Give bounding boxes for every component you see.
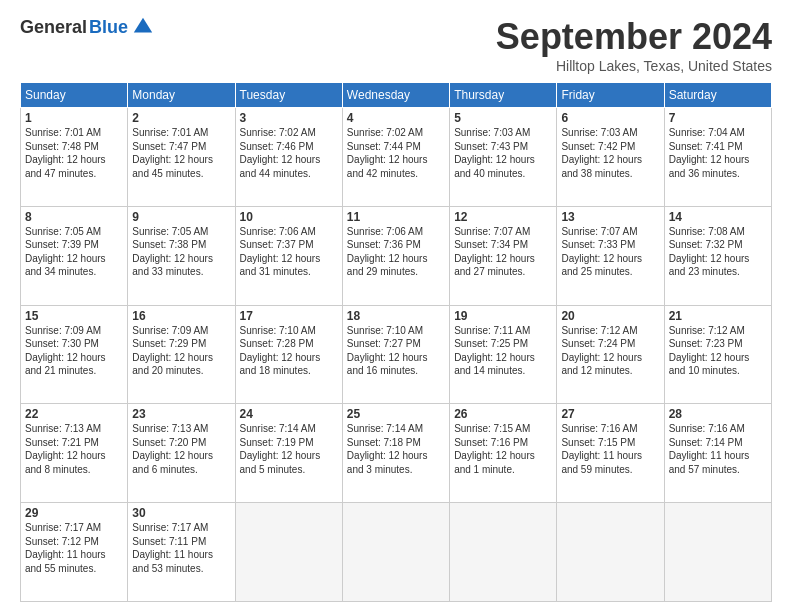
- day-number: 15: [25, 309, 123, 323]
- day-info: Sunrise: 7:17 AM Sunset: 7:11 PM Dayligh…: [132, 521, 230, 575]
- day-number: 9: [132, 210, 230, 224]
- logo-blue: Blue: [89, 17, 128, 38]
- col-sunday: Sunday: [21, 83, 128, 108]
- calendar-cell: 22Sunrise: 7:13 AM Sunset: 7:21 PM Dayli…: [21, 404, 128, 503]
- day-number: 23: [132, 407, 230, 421]
- day-number: 17: [240, 309, 338, 323]
- day-info: Sunrise: 7:03 AM Sunset: 7:43 PM Dayligh…: [454, 126, 552, 180]
- calendar-cell: [450, 503, 557, 602]
- calendar-cell: 13Sunrise: 7:07 AM Sunset: 7:33 PM Dayli…: [557, 206, 664, 305]
- day-info: Sunrise: 7:05 AM Sunset: 7:38 PM Dayligh…: [132, 225, 230, 279]
- day-info: Sunrise: 7:14 AM Sunset: 7:19 PM Dayligh…: [240, 422, 338, 476]
- calendar-cell: 17Sunrise: 7:10 AM Sunset: 7:28 PM Dayli…: [235, 305, 342, 404]
- day-number: 16: [132, 309, 230, 323]
- calendar-cell: 15Sunrise: 7:09 AM Sunset: 7:30 PM Dayli…: [21, 305, 128, 404]
- day-info: Sunrise: 7:12 AM Sunset: 7:23 PM Dayligh…: [669, 324, 767, 378]
- calendar-cell: 28Sunrise: 7:16 AM Sunset: 7:14 PM Dayli…: [664, 404, 771, 503]
- calendar-cell: 20Sunrise: 7:12 AM Sunset: 7:24 PM Dayli…: [557, 305, 664, 404]
- day-number: 4: [347, 111, 445, 125]
- day-info: Sunrise: 7:06 AM Sunset: 7:36 PM Dayligh…: [347, 225, 445, 279]
- calendar-cell: 12Sunrise: 7:07 AM Sunset: 7:34 PM Dayli…: [450, 206, 557, 305]
- day-number: 21: [669, 309, 767, 323]
- calendar-cell: 9Sunrise: 7:05 AM Sunset: 7:38 PM Daylig…: [128, 206, 235, 305]
- day-number: 5: [454, 111, 552, 125]
- svg-marker-0: [134, 18, 152, 33]
- day-number: 22: [25, 407, 123, 421]
- day-info: Sunrise: 7:11 AM Sunset: 7:25 PM Dayligh…: [454, 324, 552, 378]
- day-info: Sunrise: 7:14 AM Sunset: 7:18 PM Dayligh…: [347, 422, 445, 476]
- calendar-cell: 25Sunrise: 7:14 AM Sunset: 7:18 PM Dayli…: [342, 404, 449, 503]
- day-number: 12: [454, 210, 552, 224]
- day-info: Sunrise: 7:01 AM Sunset: 7:48 PM Dayligh…: [25, 126, 123, 180]
- calendar-cell: 29Sunrise: 7:17 AM Sunset: 7:12 PM Dayli…: [21, 503, 128, 602]
- day-info: Sunrise: 7:02 AM Sunset: 7:44 PM Dayligh…: [347, 126, 445, 180]
- day-info: Sunrise: 7:06 AM Sunset: 7:37 PM Dayligh…: [240, 225, 338, 279]
- col-monday: Monday: [128, 83, 235, 108]
- logo-general: General: [20, 17, 87, 38]
- day-info: Sunrise: 7:01 AM Sunset: 7:47 PM Dayligh…: [132, 126, 230, 180]
- day-number: 26: [454, 407, 552, 421]
- logo-icon: [132, 16, 154, 38]
- col-thursday: Thursday: [450, 83, 557, 108]
- calendar-cell: [342, 503, 449, 602]
- day-number: 6: [561, 111, 659, 125]
- day-number: 13: [561, 210, 659, 224]
- logo: GeneralBlue: [20, 16, 154, 38]
- day-info: Sunrise: 7:09 AM Sunset: 7:30 PM Dayligh…: [25, 324, 123, 378]
- month-title: September 2024: [496, 16, 772, 58]
- calendar-cell: 11Sunrise: 7:06 AM Sunset: 7:36 PM Dayli…: [342, 206, 449, 305]
- calendar-cell: [235, 503, 342, 602]
- day-number: 24: [240, 407, 338, 421]
- day-info: Sunrise: 7:02 AM Sunset: 7:46 PM Dayligh…: [240, 126, 338, 180]
- calendar-cell: 6Sunrise: 7:03 AM Sunset: 7:42 PM Daylig…: [557, 108, 664, 207]
- day-info: Sunrise: 7:17 AM Sunset: 7:12 PM Dayligh…: [25, 521, 123, 575]
- day-info: Sunrise: 7:12 AM Sunset: 7:24 PM Dayligh…: [561, 324, 659, 378]
- calendar-week-5: 29Sunrise: 7:17 AM Sunset: 7:12 PM Dayli…: [21, 503, 772, 602]
- day-number: 30: [132, 506, 230, 520]
- calendar-header: Sunday Monday Tuesday Wednesday Thursday…: [21, 83, 772, 108]
- day-info: Sunrise: 7:09 AM Sunset: 7:29 PM Dayligh…: [132, 324, 230, 378]
- day-info: Sunrise: 7:15 AM Sunset: 7:16 PM Dayligh…: [454, 422, 552, 476]
- day-info: Sunrise: 7:13 AM Sunset: 7:20 PM Dayligh…: [132, 422, 230, 476]
- day-number: 28: [669, 407, 767, 421]
- day-info: Sunrise: 7:07 AM Sunset: 7:34 PM Dayligh…: [454, 225, 552, 279]
- calendar-cell: 3Sunrise: 7:02 AM Sunset: 7:46 PM Daylig…: [235, 108, 342, 207]
- calendar-cell: 8Sunrise: 7:05 AM Sunset: 7:39 PM Daylig…: [21, 206, 128, 305]
- calendar-week-4: 22Sunrise: 7:13 AM Sunset: 7:21 PM Dayli…: [21, 404, 772, 503]
- day-number: 20: [561, 309, 659, 323]
- calendar-cell: 4Sunrise: 7:02 AM Sunset: 7:44 PM Daylig…: [342, 108, 449, 207]
- calendar-cell: 27Sunrise: 7:16 AM Sunset: 7:15 PM Dayli…: [557, 404, 664, 503]
- day-info: Sunrise: 7:07 AM Sunset: 7:33 PM Dayligh…: [561, 225, 659, 279]
- calendar-cell: 19Sunrise: 7:11 AM Sunset: 7:25 PM Dayli…: [450, 305, 557, 404]
- col-wednesday: Wednesday: [342, 83, 449, 108]
- day-number: 25: [347, 407, 445, 421]
- calendar-body: 1Sunrise: 7:01 AM Sunset: 7:48 PM Daylig…: [21, 108, 772, 602]
- page: GeneralBlue September 2024 Hilltop Lakes…: [0, 0, 792, 612]
- day-info: Sunrise: 7:10 AM Sunset: 7:27 PM Dayligh…: [347, 324, 445, 378]
- day-info: Sunrise: 7:04 AM Sunset: 7:41 PM Dayligh…: [669, 126, 767, 180]
- calendar-week-2: 8Sunrise: 7:05 AM Sunset: 7:39 PM Daylig…: [21, 206, 772, 305]
- title-area: September 2024 Hilltop Lakes, Texas, Uni…: [496, 16, 772, 74]
- calendar-cell: 30Sunrise: 7:17 AM Sunset: 7:11 PM Dayli…: [128, 503, 235, 602]
- day-number: 1: [25, 111, 123, 125]
- calendar-cell: 14Sunrise: 7:08 AM Sunset: 7:32 PM Dayli…: [664, 206, 771, 305]
- calendar-week-1: 1Sunrise: 7:01 AM Sunset: 7:48 PM Daylig…: [21, 108, 772, 207]
- calendar: Sunday Monday Tuesday Wednesday Thursday…: [20, 82, 772, 602]
- calendar-cell: 23Sunrise: 7:13 AM Sunset: 7:20 PM Dayli…: [128, 404, 235, 503]
- day-number: 2: [132, 111, 230, 125]
- calendar-cell: 1Sunrise: 7:01 AM Sunset: 7:48 PM Daylig…: [21, 108, 128, 207]
- day-number: 19: [454, 309, 552, 323]
- calendar-cell: 7Sunrise: 7:04 AM Sunset: 7:41 PM Daylig…: [664, 108, 771, 207]
- header-row: Sunday Monday Tuesday Wednesday Thursday…: [21, 83, 772, 108]
- calendar-cell: 21Sunrise: 7:12 AM Sunset: 7:23 PM Dayli…: [664, 305, 771, 404]
- day-info: Sunrise: 7:13 AM Sunset: 7:21 PM Dayligh…: [25, 422, 123, 476]
- day-info: Sunrise: 7:16 AM Sunset: 7:14 PM Dayligh…: [669, 422, 767, 476]
- day-info: Sunrise: 7:10 AM Sunset: 7:28 PM Dayligh…: [240, 324, 338, 378]
- calendar-cell: [664, 503, 771, 602]
- calendar-cell: 18Sunrise: 7:10 AM Sunset: 7:27 PM Dayli…: [342, 305, 449, 404]
- calendar-cell: 26Sunrise: 7:15 AM Sunset: 7:16 PM Dayli…: [450, 404, 557, 503]
- day-number: 29: [25, 506, 123, 520]
- day-info: Sunrise: 7:08 AM Sunset: 7:32 PM Dayligh…: [669, 225, 767, 279]
- calendar-cell: 16Sunrise: 7:09 AM Sunset: 7:29 PM Dayli…: [128, 305, 235, 404]
- calendar-week-3: 15Sunrise: 7:09 AM Sunset: 7:30 PM Dayli…: [21, 305, 772, 404]
